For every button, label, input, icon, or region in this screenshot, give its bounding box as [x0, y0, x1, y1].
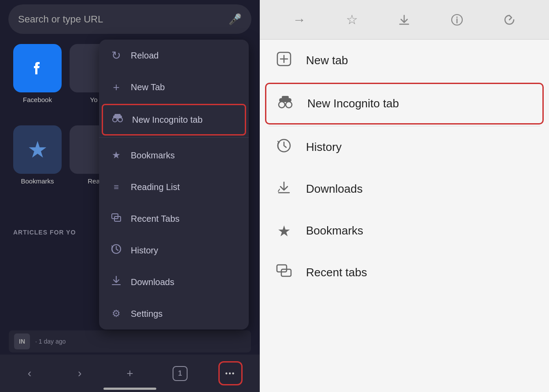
right-new-tab[interactable]: New tab — [260, 40, 549, 81]
right-downloads-label: Downloads — [306, 182, 363, 196]
more-icon: ••• — [225, 370, 236, 377]
mic-icon: 🎤 — [228, 13, 242, 26]
facebook-label: Facebook — [23, 96, 52, 103]
right-history[interactable]: History — [260, 126, 549, 168]
dropdown-reload[interactable]: ↻ Reload — [99, 40, 249, 71]
info-button-right[interactable] — [446, 9, 468, 31]
right-downloads-icon — [274, 180, 294, 198]
svg-rect-17 — [279, 98, 291, 102]
bookmarks-label: Bookmarks — [21, 177, 54, 185]
right-bookmarks[interactable]: ★ Bookmarks — [260, 210, 549, 252]
back-button[interactable]: ‹ — [18, 361, 42, 385]
article-card[interactable]: IN · 1 day ago — [9, 330, 251, 352]
dropdown-bookmarks-label: Bookmarks — [131, 150, 175, 161]
dropdown-history-label: History — [131, 245, 158, 256]
bookmarks-shortcut[interactable]: ★ Bookmarks — [13, 125, 62, 185]
reading-label: Rea — [88, 177, 100, 185]
home-indicator — [103, 388, 156, 390]
article-icon: IN — [14, 333, 30, 349]
forward-button[interactable]: › — [68, 361, 92, 385]
svg-rect-3 — [114, 114, 121, 116]
youtube-label: Yo — [90, 96, 98, 103]
add-tab-button[interactable]: + — [118, 361, 142, 385]
reload-icon: ↻ — [110, 49, 123, 62]
divider-1 — [99, 137, 249, 138]
article-meta: · 1 day ago — [35, 338, 66, 345]
svg-rect-2 — [113, 115, 122, 118]
right-recent-tabs[interactable]: Recent tabs — [260, 252, 549, 293]
dropdown-new-incognito[interactable]: New Incognito tab — [102, 104, 246, 136]
recent-tabs-icon — [110, 213, 123, 225]
dropdown-history[interactable]: History — [99, 234, 249, 266]
dropdown-settings-label: Settings — [131, 309, 162, 319]
dropdown-reading-list[interactable]: ≡ Reading List — [99, 171, 249, 203]
top-icon-bar: → ☆ — [260, 0, 549, 40]
right-incognito-icon — [275, 95, 295, 112]
reload-button-right[interactable] — [498, 9, 520, 31]
history-icon — [110, 243, 123, 257]
right-panel: → ☆ — [260, 0, 549, 392]
right-menu: New tab New Incognito tab — [260, 40, 549, 392]
bottom-toolbar: ‹ › + 1 ••• — [0, 355, 260, 392]
dropdown-reading-label: Reading List — [131, 182, 180, 192]
right-bookmarks-label: Bookmarks — [306, 224, 363, 238]
new-tab-icon: + — [110, 81, 123, 94]
right-new-tab-icon — [274, 51, 294, 70]
facebook-shortcut[interactable]: Facebook — [13, 44, 62, 103]
dropdown-recent-label: Recent Tabs — [131, 214, 180, 224]
facebook-icon-box — [13, 44, 62, 92]
left-panel: Search or type URL 🎤 Facebook Yo ★ Bookm… — [0, 0, 260, 392]
right-downloads[interactable]: Downloads — [260, 168, 549, 210]
svg-point-15 — [279, 102, 285, 108]
search-bar[interactable]: Search or type URL 🎤 — [8, 4, 251, 34]
settings-icon: ⚙ — [110, 308, 123, 319]
right-recent-tabs-label: Recent tabs — [306, 266, 367, 279]
right-new-incognito[interactable]: New Incognito tab — [265, 83, 544, 125]
svg-rect-18 — [282, 96, 289, 99]
right-bookmarks-icon: ★ — [274, 222, 294, 240]
right-incognito-label: New Incognito tab — [307, 97, 399, 110]
dropdown-incognito-label: New Incognito tab — [132, 115, 203, 125]
reading-list-icon: ≡ — [110, 182, 123, 192]
articles-label: ARTICLES FOR YO — [13, 229, 76, 236]
download-button-right[interactable] — [393, 9, 415, 31]
dropdown-new-tab-label: New Tab — [131, 82, 165, 92]
forward-button-right[interactable]: → — [288, 9, 310, 31]
dropdown-recent-tabs[interactable]: Recent Tabs — [99, 203, 249, 234]
dropdown-settings[interactable]: ⚙ Settings — [99, 298, 249, 330]
downloads-icon — [110, 275, 123, 289]
svg-point-16 — [286, 102, 292, 108]
dropdown-reload-label: Reload — [131, 51, 158, 61]
right-history-label: History — [306, 140, 342, 154]
incognito-icon-left — [111, 114, 124, 126]
more-button[interactable]: ••• — [218, 361, 243, 385]
dropdown-downloads-label: Downloads — [131, 277, 174, 287]
dropdown-downloads[interactable]: Downloads — [99, 266, 249, 298]
svg-point-11 — [456, 16, 457, 18]
bookmarks-icon-box: ★ — [13, 125, 62, 174]
right-new-tab-label: New tab — [306, 54, 348, 67]
bookmark-button-right[interactable]: ☆ — [341, 9, 363, 31]
right-history-icon — [274, 138, 294, 157]
search-placeholder: Search or type URL — [18, 14, 103, 25]
bookmarks-icon: ★ — [110, 150, 123, 161]
tab-count-button[interactable]: 1 — [168, 361, 192, 385]
dropdown-menu: ↻ Reload + New Tab New Incognito tab ★ — [99, 40, 249, 330]
right-recent-tabs-icon — [274, 263, 294, 282]
tab-count-badge: 1 — [173, 366, 188, 381]
dropdown-bookmarks[interactable]: ★ Bookmarks — [99, 139, 249, 171]
dropdown-new-tab[interactable]: + New Tab — [99, 71, 249, 103]
